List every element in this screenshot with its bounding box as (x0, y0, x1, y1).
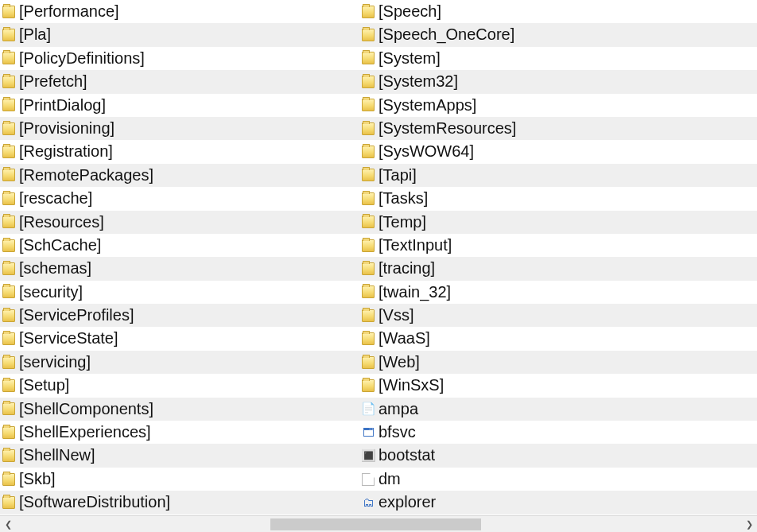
file-name: [Skb] (17, 468, 56, 491)
file-entry[interactable]: [PrintDialog] (0, 94, 359, 117)
file-entry[interactable]: [tracing] (359, 257, 706, 280)
file-name: [schemas] (17, 257, 91, 280)
file-name: [Vss] (377, 304, 413, 327)
scroll-left-button[interactable]: ❮ (0, 517, 16, 532)
file-row[interactable]: [ServiceState][WaaS]📄tw (0, 327, 757, 350)
file-entry[interactable]: [Web] (359, 351, 706, 374)
file-row[interactable]: [SchCache][TextInput]📄Rt (0, 234, 757, 257)
file-name: [ShellComponents] (17, 398, 153, 421)
file-entry[interactable]: [ServiceProfiles] (0, 304, 359, 327)
folder-icon (362, 192, 375, 205)
file-entry[interactable]: [Provisioning] (0, 117, 359, 140)
file-row[interactable]: [SoftwareDistribution]🗂explorerexeW (0, 491, 757, 514)
file-entry[interactable]: [RemotePackages] (0, 164, 359, 187)
file-entry[interactable]: [System] (359, 47, 706, 70)
file-entry[interactable]: [Vss] (359, 304, 706, 327)
file-entry[interactable]: [ServiceState] (0, 327, 359, 350)
file-entry[interactable]: 🗂explorer (359, 491, 706, 514)
file-name: [SoftwareDistribution] (17, 491, 170, 514)
file-entry[interactable]: [Prefetch] (0, 70, 359, 93)
file-row[interactable]: [Registration][SysWOW64]PF (0, 140, 757, 163)
file-entry[interactable]: [Performance] (0, 0, 359, 23)
file-name: [servicing] (17, 351, 91, 374)
file-entry[interactable]: [Skb] (0, 468, 359, 491)
file-name: [Tapi] (377, 164, 417, 187)
file-name: [Prefetch] (17, 70, 87, 93)
file-name: [Resources] (17, 211, 104, 234)
file-entry[interactable]: [System32] (359, 70, 706, 93)
file-entry[interactable]: [Resources] (0, 211, 359, 234)
file-entry[interactable]: [Tasks] (359, 187, 706, 210)
file-entry[interactable]: [SoftwareDistribution] (0, 491, 359, 514)
file-entry[interactable]: [Speech_OneCore] (359, 23, 706, 46)
file-entry[interactable]: [twain_32] (359, 281, 706, 304)
folder-icon (362, 285, 375, 298)
file-name: [Setup] (17, 374, 69, 397)
file-entry[interactable]: [TextInput] (359, 234, 706, 257)
file-entry[interactable]: [SystemResources] (359, 117, 706, 140)
file-row[interactable]: [Resources][Temp]🗔re (0, 211, 757, 234)
file-name: explorer (377, 491, 436, 514)
file-entry[interactable]: [PolicyDefinitions] (0, 47, 359, 70)
file-entry[interactable]: 🗔bfsvc (359, 421, 706, 444)
file-entry[interactable]: [WaaS] (359, 327, 706, 350)
folder-icon (2, 6, 15, 18)
file-row[interactable]: [Provisioning][SystemResources]🗔Nv (0, 117, 757, 140)
file-row[interactable]: [security][twain_32]📠sp (0, 281, 757, 304)
file-name: [Tasks] (377, 187, 428, 210)
file-list-viewport[interactable]: [Performance][Speech]❓He[Pla][Speech_One… (0, 0, 757, 515)
file-row[interactable]: [ServiceProfiles][Vss]📄sy (0, 304, 757, 327)
file-entry[interactable]: [rescache] (0, 187, 359, 210)
file-entry[interactable]: [security] (0, 281, 359, 304)
file-entry[interactable]: [Speech] (359, 0, 706, 23)
file-entry[interactable]: [SysWOW64] (359, 140, 706, 163)
file-name: [SchCache] (17, 234, 101, 257)
file-entry[interactable]: [schemas] (0, 257, 359, 280)
folder-icon (2, 122, 15, 135)
file-row[interactable]: [Performance][Speech]❓He (0, 0, 757, 23)
folder-icon (362, 309, 375, 322)
file-row[interactable]: [ShellExperiences]🗔bfsvcexe⚠W (0, 421, 757, 444)
file-entry[interactable]: [SystemApps] (359, 94, 706, 117)
file-entry[interactable]: [ShellExperiences] (0, 421, 359, 444)
file-entry[interactable]: [Tapi] (359, 164, 706, 187)
folder-icon (2, 29, 15, 41)
file-row[interactable]: [ShellNew]🔳bootstatdatW (0, 444, 757, 467)
file-name: [SysWOW64] (377, 140, 474, 163)
file-row[interactable]: [PrintDialog][SystemApps]📘no (0, 94, 757, 117)
file-row[interactable]: [Pla][Speech_OneCore]🔑hh (0, 23, 757, 46)
file-row[interactable]: [Prefetch][System32]mi (0, 70, 757, 93)
file-entry[interactable]: [Pla] (0, 23, 359, 46)
file-entry[interactable]: [Registration] (0, 140, 359, 163)
file-row[interactable]: [PolicyDefinitions][System]mo (0, 47, 757, 70)
folder-icon (2, 146, 15, 158)
file-entry[interactable]: [WinSxS] (359, 374, 706, 397)
file-entry[interactable]: [Temp] (359, 211, 706, 234)
file-row[interactable]: [RemotePackages][Tapi]Pr (0, 164, 757, 187)
file-name: [TextInput] (377, 234, 452, 257)
file-entry[interactable]: 🔳bootstat (359, 444, 706, 467)
file-row[interactable]: [schemas][tracing]🗔Se (0, 257, 757, 280)
file-name: [security] (17, 281, 83, 304)
file-entry[interactable]: [servicing] (0, 351, 359, 374)
file-row[interactable]: [Setup][WinSxS]🗔vs (0, 374, 757, 397)
scroll-track[interactable] (16, 517, 741, 532)
file-row[interactable]: [Skb]dmdmap❔wi (0, 468, 757, 491)
file-entry[interactable]: dm (359, 468, 706, 491)
file-entry[interactable]: 📄ampa (359, 398, 706, 421)
file-row[interactable]: [rescache][Tasks]⚙re (0, 187, 757, 210)
horizontal-scrollbar[interactable]: ❮ ❯ (0, 515, 757, 532)
file-entry[interactable]: [Setup] (0, 374, 359, 397)
folder-icon (2, 192, 15, 205)
file-name: [Registration] (17, 140, 113, 163)
file-entry[interactable]: [ShellComponents] (0, 398, 359, 421)
file-name: [System] (377, 47, 441, 70)
file-row[interactable]: [ShellComponents]📄ampaini📄wi (0, 398, 757, 421)
file-entry[interactable]: [SchCache] (0, 234, 359, 257)
scroll-thumb[interactable] (270, 518, 481, 530)
file-name: [rescache] (17, 187, 92, 210)
scroll-right-button[interactable]: ❯ (741, 517, 757, 532)
file-entry[interactable]: [ShellNew] (0, 444, 359, 467)
file-row[interactable]: [servicing][Web]🌐VI (0, 351, 757, 374)
file-name: [Provisioning] (17, 117, 115, 140)
